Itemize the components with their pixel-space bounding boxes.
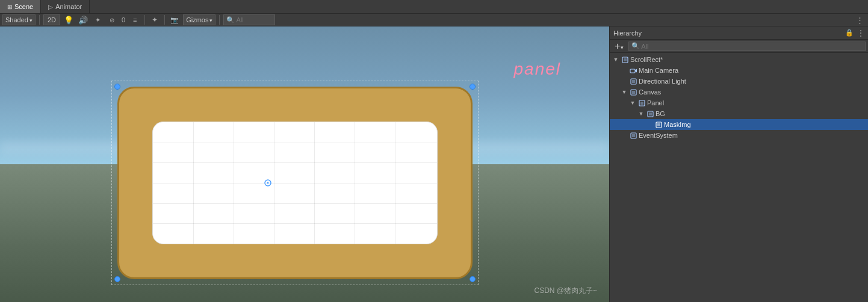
handle-top-left[interactable]	[114, 84, 120, 90]
gizmos-dropdown[interactable]: Gizmos	[183, 14, 215, 25]
grid-v-3	[274, 122, 274, 244]
camera-icon: 📷	[170, 16, 179, 24]
overlay-menu-button[interactable]: ≡	[129, 14, 141, 25]
toolbar-sep-2	[144, 15, 145, 25]
top-tab-bar: ⊞ Scene ▷ Animator	[0, 0, 868, 13]
grid-v-1	[193, 122, 194, 244]
shading-mode-label: Shaded	[5, 16, 28, 23]
plus-icon: +	[615, 42, 620, 51]
paint-toggle-button[interactable]: ⊘	[106, 14, 118, 25]
2d-toggle-button[interactable]: 2D	[43, 14, 60, 25]
eventsystem-icon	[629, 131, 637, 140]
hierarchy-header: Hierarchy 🔒 ⋮	[610, 26, 868, 40]
settings-button[interactable]: ✦	[149, 14, 161, 25]
svg-rect-3	[624, 58, 627, 61]
light-toggle-button[interactable]: 💡	[63, 14, 75, 25]
paint-icon: ⊘	[110, 17, 114, 23]
hierarchy-toolbar: + 🔍	[610, 40, 868, 53]
tree-item-eventsystem[interactable]: EventSystem ⋮	[610, 130, 868, 141]
pivot-icon	[264, 179, 272, 187]
bg-icon	[646, 109, 654, 118]
svg-rect-11	[640, 102, 643, 105]
hierarchy-add-button[interactable]: +	[612, 42, 626, 51]
scene-tab-label: Scene	[14, 3, 33, 10]
directional-light-label: Directional Light	[639, 78, 854, 85]
speaker-icon: 🔊	[78, 16, 88, 25]
more-icon: ⋮	[856, 16, 864, 25]
directional-light-icon	[629, 77, 637, 85]
lock-icon[interactable]: 🔒	[845, 29, 854, 37]
hierarchy-panel: Hierarchy 🔒 ⋮ + 🔍	[609, 26, 868, 302]
svg-point-1	[267, 182, 268, 184]
svg-rect-15	[657, 123, 660, 126]
tab-scene[interactable]: ⊞ Scene	[0, 0, 41, 13]
settings-icon: ✦	[152, 16, 158, 24]
main-content: panel BG maskImg	[0, 26, 868, 302]
panel-icon	[637, 99, 646, 107]
mask-grid	[153, 122, 437, 244]
fx-icon: ✦	[95, 16, 101, 24]
animator-tab-label: Animator	[55, 3, 82, 10]
tree-item-panel[interactable]: Panel ⋮	[610, 97, 868, 108]
shading-dropdown[interactable]: Shaded	[2, 14, 36, 25]
masklmg-icon	[654, 120, 663, 129]
canvas-label: Canvas	[639, 88, 854, 96]
svg-rect-17	[632, 134, 635, 137]
tree-item-bg[interactable]: BG ⋮	[610, 108, 868, 119]
hierarchy-header-icons: 🔒 ⋮	[845, 29, 864, 37]
add-chevron-icon	[621, 42, 624, 51]
hierarchy-search-input[interactable]	[641, 43, 863, 50]
bg-image	[117, 87, 473, 279]
svg-rect-4	[630, 69, 635, 73]
scrollrect-label: ScrollRect*	[630, 56, 854, 63]
main-camera-label: Main Camera	[639, 67, 854, 74]
2d-label: 2D	[48, 16, 56, 23]
search-icon: 🔍	[226, 16, 235, 24]
gizmos-chevron-icon	[209, 16, 212, 23]
grid-v-6	[395, 122, 395, 244]
watermark: CSDN @猪肉丸子~	[534, 286, 597, 296]
toolbar-sep-3	[164, 15, 165, 25]
canvas-arrow[interactable]	[621, 88, 628, 96]
lightbulb-icon: 💡	[64, 16, 73, 25]
scrollrect-icon	[621, 55, 629, 64]
masklmg-label-tree: MaskImg	[664, 121, 854, 128]
scene-view[interactable]: panel BG maskImg	[0, 26, 609, 302]
handle-top-right[interactable]	[470, 84, 476, 90]
tree-item-canvas[interactable]: Canvas ⋮	[610, 87, 868, 97]
scene-search[interactable]: 🔍	[223, 14, 275, 25]
eventsystem-label: EventSystem	[639, 132, 854, 139]
shading-chevron-icon	[29, 16, 33, 23]
audio-toggle-button[interactable]: 🔊	[77, 14, 89, 25]
scrollrect-arrow[interactable]	[612, 56, 619, 63]
tree-item-main-camera[interactable]: Main Camera ⋮	[610, 65, 868, 76]
panel-arrow[interactable]	[629, 99, 636, 106]
bg-arrow[interactable]	[637, 110, 645, 117]
tree-item-scrollrect[interactable]: ScrollRect* ⋮	[610, 54, 868, 65]
overlay-count: 0	[120, 16, 126, 23]
toolbar-sep-1	[39, 15, 40, 25]
hierarchy-search[interactable]: 🔍	[628, 42, 866, 51]
tree-item-masklmg[interactable]: MaskImg ⋮	[610, 119, 868, 130]
svg-rect-9	[632, 91, 635, 94]
scene-search-input[interactable]	[236, 16, 272, 23]
grid-v-4	[314, 122, 315, 244]
tree-item-directional-light[interactable]: Directional Light ⋮	[610, 76, 868, 87]
handle-bottom-left[interactable]	[114, 276, 120, 282]
hierarchy-tree: ScrollRect* ⋮ Main Camera ⋮ Di	[610, 53, 868, 302]
hierarchy-more-icon[interactable]: ⋮	[857, 29, 864, 37]
main-camera-icon	[629, 66, 637, 75]
handle-bottom-right[interactable]	[470, 276, 476, 282]
panel-label-tree: Panel	[647, 99, 854, 106]
grid-v-5	[355, 122, 355, 244]
svg-rect-7	[632, 80, 635, 83]
camera-btn[interactable]: 📷	[169, 14, 181, 25]
fx-toggle-button[interactable]: ✦	[91, 14, 104, 25]
toolbar-sep-4	[219, 15, 220, 25]
bg-label-tree: BG	[656, 110, 854, 117]
scene-toolbar: Shaded 2D 💡 🔊 ✦ ⊘ 0 ≡ ✦ 📷 Gizmos 🔍 ⋮	[0, 13, 868, 26]
canvas-icon	[629, 88, 637, 96]
grid-icon: ⊞	[7, 4, 12, 10]
scene-more-button[interactable]: ⋮	[854, 14, 866, 25]
tab-animator[interactable]: ▷ Animator	[41, 0, 90, 13]
